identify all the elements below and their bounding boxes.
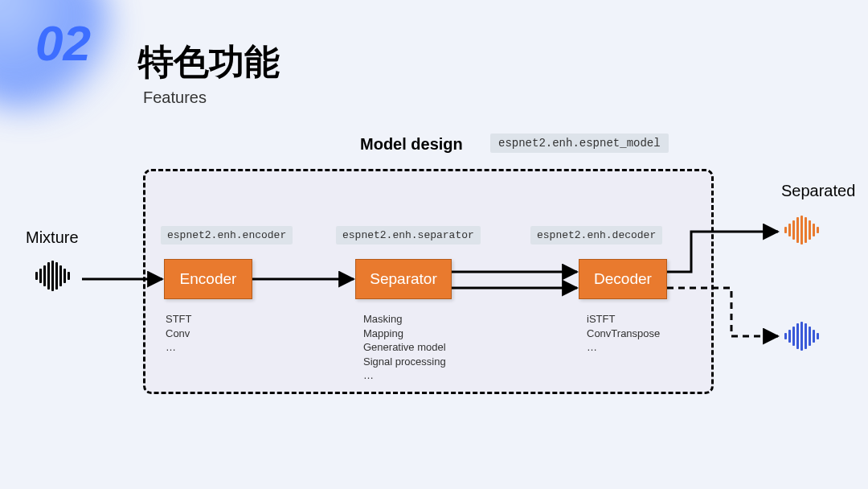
mixture-label: Mixture <box>26 228 79 247</box>
encoder-subtext: STFTConv… <box>166 312 192 355</box>
section-number: 02 <box>35 14 91 72</box>
waveform-mixture-icon <box>35 261 70 291</box>
waveform-separated-1-icon <box>784 216 819 244</box>
separated-label: Separated <box>781 182 855 200</box>
decoder-module-tag: espnet2.enh.decoder <box>530 226 662 244</box>
page-title-en: Features <box>143 88 207 107</box>
decoder-subtext: iSTFTConvTranspose… <box>587 312 660 355</box>
separator-block: Separator <box>355 259 452 299</box>
separator-module-tag: espnet2.enh.separator <box>336 226 481 244</box>
model-design-code: espnet2.enh.espnet_model <box>490 134 669 153</box>
page-title-cn: 特色功能 <box>138 39 280 86</box>
model-design-label: Model design <box>360 135 463 154</box>
waveform-separated-2-icon <box>784 322 819 351</box>
encoder-block: Encoder <box>164 259 252 299</box>
encoder-module-tag: espnet2.enh.encoder <box>161 226 293 244</box>
decoder-block: Decoder <box>579 259 667 299</box>
separator-subtext: MaskingMappingGenerative modelSignal pro… <box>363 312 446 383</box>
